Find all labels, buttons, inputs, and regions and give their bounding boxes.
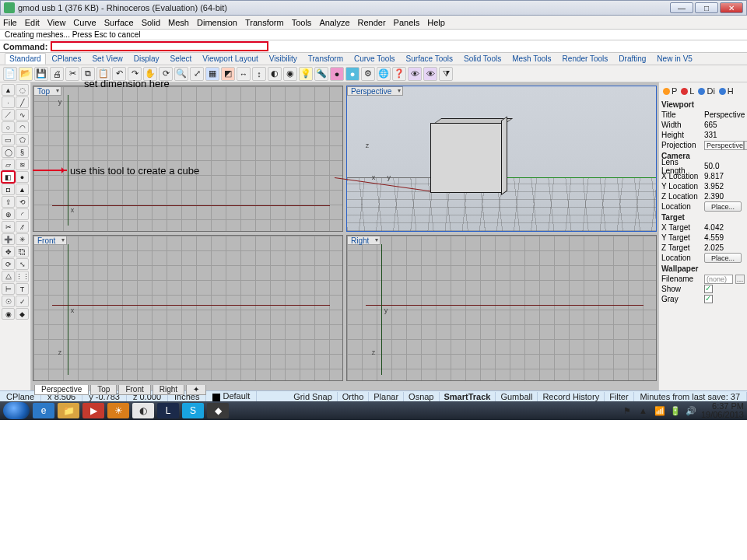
ellipse-icon[interactable]: ◯ xyxy=(2,146,15,158)
filename-field[interactable]: (none) xyxy=(704,275,733,284)
system-tray[interactable]: ⚑ ▲ 📶 🔋 🔊 6:37 PM19/06/2013 xyxy=(623,402,744,419)
tray-clock[interactable]: 6:37 PM19/06/2013 xyxy=(701,402,744,419)
surface-icon[interactable]: ▱ xyxy=(2,159,15,170)
viewport-front-label[interactable]: Front xyxy=(33,236,67,245)
tab-visibility[interactable]: Visibility xyxy=(265,53,302,65)
menu-curve[interactable]: Curve xyxy=(73,18,96,27)
tab-cplanes[interactable]: CPlanes xyxy=(47,53,86,65)
menu-solid[interactable]: Solid xyxy=(142,18,160,27)
new-icon[interactable]: 📄 xyxy=(3,67,17,81)
chevron-down-icon[interactable]: ▾ xyxy=(744,141,747,150)
task-skype-icon[interactable]: S xyxy=(182,403,204,418)
curve-icon[interactable]: ∿ xyxy=(16,109,29,121)
task-app1-icon[interactable]: ☀ xyxy=(107,403,129,418)
circle-icon[interactable]: ○ xyxy=(2,121,15,133)
analyze-icon[interactable]: ☉ xyxy=(2,296,15,307)
menu-tools[interactable]: Tools xyxy=(292,18,312,27)
named-view-icon[interactable]: ↔ xyxy=(237,67,251,81)
ptab-layers[interactable]: L xyxy=(681,86,694,96)
ptab-display[interactable]: Di xyxy=(698,86,714,96)
tab-mesh-tools[interactable]: Mesh Tools xyxy=(507,53,556,65)
boolean-icon[interactable]: ⊕ xyxy=(2,208,15,220)
tab-viewport-layout[interactable]: Viewport Layout xyxy=(198,53,263,65)
zoom-extents-icon[interactable]: ⤢ xyxy=(190,67,204,81)
menu-help[interactable]: Help xyxy=(427,18,445,27)
vtab-add[interactable]: ✦ xyxy=(186,385,206,395)
task-app2-icon[interactable]: L xyxy=(157,403,179,418)
place-camera-button[interactable]: Place... xyxy=(704,201,742,212)
tab-drafting[interactable]: Drafting xyxy=(614,53,651,65)
viewport-right-label[interactable]: Right xyxy=(347,236,381,245)
vtab-perspective[interactable]: Perspective xyxy=(34,385,89,395)
layers-icon[interactable]: ● xyxy=(330,67,344,81)
render-icon[interactable]: ◉ xyxy=(283,67,297,81)
menu-view[interactable]: View xyxy=(47,18,66,27)
tab-select[interactable]: Select xyxy=(166,53,197,65)
text-icon[interactable]: T xyxy=(16,283,29,295)
box-tool-icon[interactable]: ◧ xyxy=(2,171,15,183)
tab-set-view[interactable]: Set View xyxy=(87,53,127,65)
render-tool-icon[interactable]: ◉ xyxy=(2,308,15,320)
check-icon[interactable]: ✓ xyxy=(16,296,29,307)
projection-select[interactable]: Perspective xyxy=(704,141,744,150)
viewport-perspective[interactable]: x y z Perspective xyxy=(346,86,657,232)
viewport-perspective-label[interactable]: Perspective xyxy=(347,86,403,96)
move-icon[interactable]: ✥ xyxy=(2,246,15,257)
menu-panels[interactable]: Panels xyxy=(394,18,420,27)
vtab-front[interactable]: Front xyxy=(118,385,150,395)
explode-icon[interactable]: ✳ xyxy=(16,233,29,245)
join-icon[interactable]: ➕ xyxy=(2,233,15,245)
vtab-right[interactable]: Right xyxy=(153,385,184,395)
menu-surface[interactable]: Surface xyxy=(104,18,134,27)
tab-render-tools[interactable]: Render Tools xyxy=(558,53,613,65)
menu-edit[interactable]: Edit xyxy=(25,18,40,27)
array-icon[interactable]: ⋮⋮ xyxy=(16,271,29,282)
line-icon[interactable]: ／ xyxy=(2,109,15,121)
maximize-button[interactable]: □ xyxy=(695,2,718,13)
zoom-icon[interactable]: 🔍 xyxy=(174,67,188,81)
scale-icon[interactable]: ⤡ xyxy=(16,258,29,270)
extrude-icon[interactable]: ⇪ xyxy=(2,196,15,208)
vtab-top[interactable]: Top xyxy=(90,385,117,395)
hide-icon[interactable]: 👁 xyxy=(408,67,422,81)
rect-icon[interactable]: ▭ xyxy=(2,134,15,145)
filter-icon[interactable]: ⧩ xyxy=(439,67,453,81)
tab-solid-tools[interactable]: Solid Tools xyxy=(459,53,506,65)
print-icon[interactable]: 🖨 xyxy=(50,67,64,81)
viewport-top[interactable]: x y Top xyxy=(33,86,343,232)
polyline-icon[interactable]: ╱ xyxy=(16,96,29,108)
save-icon[interactable]: 💾 xyxy=(34,67,48,81)
open-icon[interactable]: 📂 xyxy=(19,67,33,81)
sphere-icon[interactable]: ● xyxy=(16,171,29,183)
shade-icon[interactable]: ◐ xyxy=(268,67,282,81)
tab-new-in-v5[interactable]: New in V5 xyxy=(652,53,697,65)
pointer-icon[interactable]: ▲ xyxy=(2,84,15,96)
close-button[interactable]: ✕ xyxy=(720,2,743,13)
task-rhino-icon[interactable]: ◆ xyxy=(207,403,229,418)
cone-icon[interactable]: ▲ xyxy=(16,184,29,195)
start-button[interactable] xyxy=(3,402,30,419)
tab-curve-tools[interactable]: Curve Tools xyxy=(349,53,400,65)
menu-dimension[interactable]: Dimension xyxy=(197,18,237,27)
show-icon[interactable]: 👁 xyxy=(423,67,437,81)
menu-file[interactable]: File xyxy=(3,18,17,27)
task-media-icon[interactable]: ▶ xyxy=(82,403,104,418)
sel-color-icon[interactable]: ● xyxy=(345,67,359,81)
menu-mesh[interactable]: Mesh xyxy=(168,18,189,27)
spotlight-icon[interactable]: 🔦 xyxy=(314,67,328,81)
tab-standard[interactable]: Standard xyxy=(5,53,46,65)
dim-icon[interactable]: ⊢ xyxy=(2,283,15,295)
mirror-icon[interactable]: ⧋ xyxy=(2,271,15,282)
polygon-icon[interactable]: ⬠ xyxy=(16,134,29,145)
help-icon[interactable]: ❓ xyxy=(392,67,406,81)
show-checkbox[interactable] xyxy=(704,285,713,293)
task-chrome-icon[interactable]: ◐ xyxy=(132,403,154,418)
trim-icon[interactable]: ✂ xyxy=(2,221,15,233)
loft-icon[interactable]: ≋ xyxy=(16,159,29,170)
tab-transform[interactable]: Transform xyxy=(303,53,348,65)
material-icon[interactable]: ◆ xyxy=(16,308,29,320)
minimize-button[interactable]: — xyxy=(670,2,693,13)
split-icon[interactable]: ⫽ xyxy=(16,221,29,233)
browse-icon[interactable]: … xyxy=(735,275,745,284)
spiral-icon[interactable]: § xyxy=(16,146,29,158)
